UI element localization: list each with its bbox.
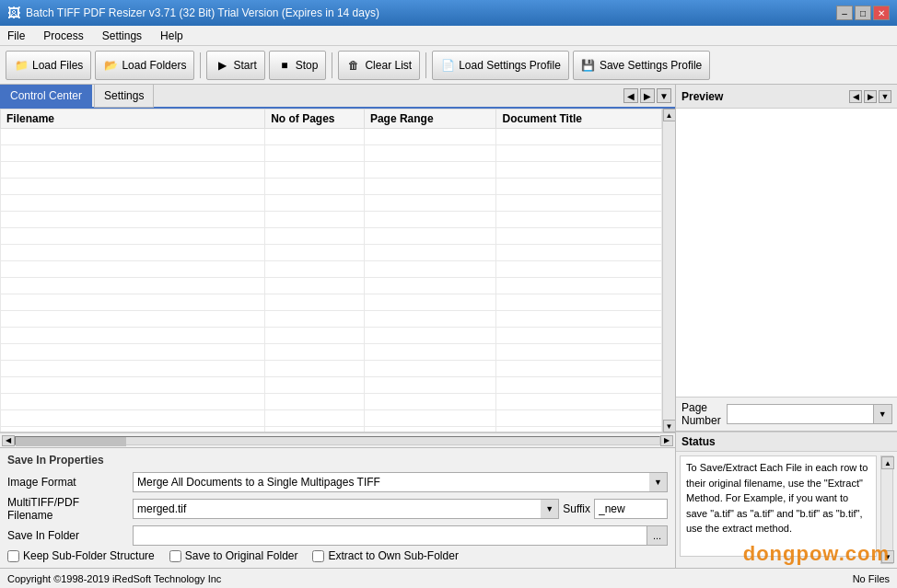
tab-settings[interactable]: Settings (94, 85, 154, 108)
suffix-label: Suffix (563, 502, 590, 515)
table-row (1, 410, 662, 427)
save-original-label: Save to Original Folder (185, 549, 298, 562)
right-panel: Preview ◀ ▶ ▼ Page Number ▼ (676, 85, 897, 568)
preview-nav-down[interactable]: ▼ (879, 90, 891, 103)
scroll-up-btn[interactable]: ▲ (663, 109, 676, 121)
tab-control-center[interactable]: Control Center (0, 85, 92, 108)
load-folders-label: Load Folders (122, 59, 186, 72)
save-folder-row: Save In Folder ... (7, 525, 668, 546)
separator-2 (332, 52, 332, 78)
save-settings-icon: 💾 (581, 58, 596, 73)
close-button[interactable]: ✕ (873, 6, 890, 20)
status-title: Status (681, 435, 716, 448)
image-format-select[interactable]: Merge All Documents to a Single Multipag… (133, 472, 668, 492)
status-bar: Copyright ©1998-2019 iRedSoft Technology… (0, 568, 897, 588)
status-scroll-up[interactable]: ▲ (881, 456, 894, 469)
tab-nav: ◀ ▶ ▼ (623, 88, 675, 103)
extract-own-label: Extract to Own Sub-Folder (328, 549, 458, 562)
save-folder-input[interactable] (133, 525, 647, 546)
save-settings-label: Save Settings Profile (600, 59, 702, 72)
multitiff-select[interactable]: merged.tif (133, 499, 559, 519)
col-title: Document Title (496, 110, 662, 129)
status-scrollbar[interactable]: ▲ ▼ (880, 455, 893, 564)
copyright-text: Copyright ©1998-2019 iRedSoft Technology… (7, 573, 221, 584)
menu-file[interactable]: File (4, 29, 29, 43)
preview-nav-left[interactable]: ◀ (849, 90, 862, 103)
preview-page-dropdown-btn[interactable]: ▼ (874, 404, 892, 424)
table-row (1, 245, 662, 261)
tab-bar: Control Center Settings ◀ ▶ ▼ (0, 85, 675, 109)
stop-button[interactable]: ■ Stop (269, 51, 327, 80)
folder-icon: 📂 (103, 58, 118, 73)
status-text: To Save/Extract Each File in each row to… (680, 455, 877, 557)
title-bar-left: 🖼 Batch TIFF PDF Resizer v3.71 (32 Bit) … (7, 6, 379, 20)
tab-nav-right[interactable]: ▶ (640, 88, 655, 103)
app-title: Batch TIFF PDF Resizer v3.71 (32 Bit) Tr… (26, 6, 379, 19)
table-row (1, 212, 662, 228)
tab-nav-down[interactable]: ▼ (657, 88, 671, 103)
preview-canvas (676, 109, 897, 397)
menu-settings[interactable]: Settings (99, 29, 146, 43)
hscroll-thumb[interactable] (16, 437, 126, 446)
load-files-label: Load Files (32, 59, 83, 72)
clear-list-label: Clear List (365, 59, 412, 72)
save-settings-button[interactable]: 💾 Save Settings Profile (573, 51, 710, 80)
suffix-input[interactable] (594, 499, 668, 519)
preview-nav-right[interactable]: ▶ (864, 90, 877, 103)
scroll-track[interactable] (663, 121, 676, 420)
hscroll-right-btn[interactable]: ▶ (660, 435, 673, 446)
hscroll-track[interactable] (15, 436, 660, 445)
start-button[interactable]: ▶ Start (206, 51, 264, 80)
minimize-button[interactable]: – (836, 6, 853, 20)
keep-subfolder-checkbox[interactable]: Keep Sub-Folder Structure (7, 549, 155, 562)
table-row (1, 145, 662, 162)
multitiff-row: MultiTIFF/PDF Filename merged.tif ▼ Suff… (7, 496, 668, 522)
table-row (1, 261, 662, 278)
stop-label: Stop (296, 59, 319, 72)
multitiff-select-wrapper: merged.tif ▼ (133, 499, 559, 519)
image-format-select-wrapper: Merge All Documents to a Single Multipag… (133, 472, 668, 492)
table-row (1, 278, 662, 294)
save-original-checkbox[interactable]: Save to Original Folder (169, 549, 298, 562)
scroll-down-btn[interactable]: ▼ (663, 420, 676, 432)
keep-subfolder-input[interactable] (7, 550, 19, 562)
clear-list-button[interactable]: 🗑 Clear List (338, 51, 420, 80)
tab-nav-left[interactable]: ◀ (623, 88, 638, 103)
status-scroll-down[interactable]: ▼ (881, 550, 894, 563)
preview-page-input[interactable] (727, 404, 874, 424)
menu-help[interactable]: Help (157, 29, 187, 43)
vertical-scrollbar[interactable]: ▲ ▼ (662, 109, 675, 432)
preview-page-label: Page Number (681, 401, 721, 427)
table-row (1, 179, 662, 195)
horizontal-scrollbar[interactable]: ◀ ▶ (0, 432, 675, 447)
preview-page-input-wrapper: ▼ (727, 404, 892, 424)
panels: Control Center Settings ◀ ▶ ▼ (0, 85, 897, 568)
table-row (1, 228, 662, 245)
table-row (1, 129, 662, 145)
file-table-container[interactable]: Filename No of Pages Page Range Document… (0, 109, 662, 432)
keep-subfolder-label: Keep Sub-Folder Structure (23, 549, 155, 562)
image-format-label: Image Format (7, 476, 127, 489)
preview-page-row: Page Number ▼ (676, 397, 897, 431)
table-row (1, 294, 662, 311)
extract-own-checkbox[interactable]: Extract to Own Sub-Folder (312, 549, 458, 562)
load-files-button[interactable]: 📁 Load Files (6, 51, 91, 80)
menu-process[interactable]: Process (40, 29, 87, 43)
maximize-button[interactable]: □ (855, 6, 871, 20)
hscroll-left-btn[interactable]: ◀ (2, 435, 15, 446)
main-area: Control Center Settings ◀ ▶ ▼ (0, 85, 897, 568)
save-original-input[interactable] (169, 550, 181, 562)
play-icon: ▶ (215, 58, 229, 73)
save-folder-browse-btn[interactable]: ... (647, 525, 668, 546)
table-row (1, 377, 662, 394)
table-row (1, 162, 662, 179)
preview-header: Preview ◀ ▶ ▼ (676, 85, 897, 109)
left-panel: Control Center Settings ◀ ▶ ▼ (0, 85, 676, 568)
table-row (1, 344, 662, 361)
title-bar-controls[interactable]: – □ ✕ (836, 6, 890, 20)
extract-own-input[interactable] (312, 550, 324, 562)
table-area: Filename No of Pages Page Range Document… (0, 109, 675, 432)
status-scroll-track[interactable] (881, 469, 892, 550)
load-folders-button[interactable]: 📂 Load Folders (95, 51, 194, 80)
load-settings-button[interactable]: 📄 Load Settings Profile (432, 51, 569, 80)
